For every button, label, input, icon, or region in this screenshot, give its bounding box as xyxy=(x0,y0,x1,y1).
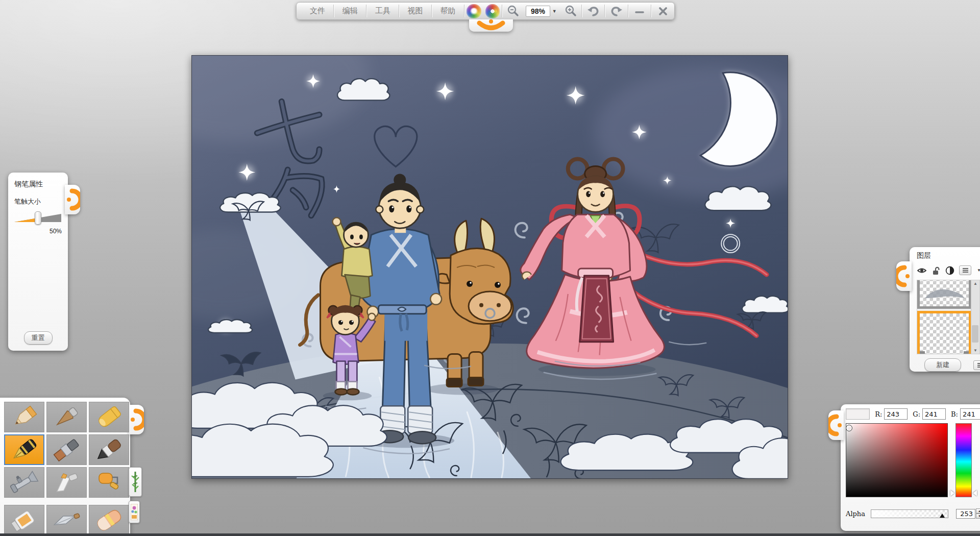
current-color-swatch xyxy=(846,408,870,420)
texture-stamp-icon xyxy=(131,504,138,520)
scroll-down-icon[interactable]: ▼ xyxy=(973,347,977,354)
tool-paint-brush[interactable] xyxy=(46,434,87,465)
orange-ear-icon xyxy=(828,410,844,440)
ink-brush-icon xyxy=(93,437,126,462)
alpha-spinner: ▲ ▼ xyxy=(976,508,980,519)
brush-size-slider[interactable] xyxy=(14,211,61,225)
zoom-dropdown-arrow[interactable]: ▼ xyxy=(551,3,560,19)
close-button[interactable] xyxy=(651,3,674,19)
color-picker-panel: R: G: B: Alpha ▲ ▼ xyxy=(841,404,980,531)
g-label: G: xyxy=(913,410,920,418)
tool-carving-knife[interactable] xyxy=(46,505,87,535)
color-panel-collapse-tab[interactable] xyxy=(828,410,844,440)
crayon-icon xyxy=(93,405,126,429)
tool-paint-tube[interactable] xyxy=(4,505,44,535)
scrollbar-thumb[interactable] xyxy=(972,325,978,343)
tool-ink-brush[interactable] xyxy=(89,434,129,465)
tool-fountain-pen[interactable] xyxy=(4,434,44,465)
zoom-in-button[interactable] xyxy=(560,3,581,19)
layers-panel-collapse-tab[interactable] xyxy=(896,261,912,291)
tool-airbrush[interactable] xyxy=(4,467,44,498)
reset-button[interactable]: 重置 xyxy=(24,331,53,345)
alpha-marker[interactable] xyxy=(940,514,945,518)
scroll-up-icon[interactable]: ▲ xyxy=(973,280,977,287)
alpha-slider[interactable] xyxy=(871,509,948,518)
paint-brush-icon xyxy=(51,437,83,462)
alpha-spin-up[interactable]: ▲ xyxy=(976,508,980,514)
texture-stamp-button[interactable] xyxy=(129,501,140,523)
tool-paint-roller[interactable] xyxy=(89,467,129,498)
sv-cursor-ring[interactable] xyxy=(846,425,852,431)
tool-wood-pen[interactable] xyxy=(46,402,87,432)
alpha-spin-down[interactable]: ▼ xyxy=(976,514,980,519)
orange-ear-icon xyxy=(65,185,80,214)
rgb-row: R: G: B: xyxy=(846,408,980,420)
menu-file[interactable]: 文件 xyxy=(302,3,334,19)
layer-menu-button[interactable] xyxy=(959,265,971,275)
blue-value-input[interactable] xyxy=(960,408,980,420)
layers-toolbar: ▼ xyxy=(917,265,980,275)
visibility-eye-icon[interactable] xyxy=(917,266,927,275)
layer-scrollbar[interactable]: ▲ ▼ xyxy=(971,280,979,354)
eraser-icon xyxy=(93,508,126,532)
green-value-input[interactable] xyxy=(922,408,946,420)
layer-row-2-selected[interactable] xyxy=(917,311,971,354)
layers-list-menu-button[interactable] xyxy=(973,360,980,370)
pen-properties-panel: 钢笔属性 笔触大小 50% 重置 xyxy=(8,173,68,351)
undo-button[interactable] xyxy=(582,3,605,19)
rainbow-face-icon[interactable] xyxy=(467,4,481,18)
tool-palette-knife[interactable] xyxy=(46,467,87,498)
alpha-label: Alpha xyxy=(846,510,865,518)
menu-view[interactable]: 视图 xyxy=(399,3,431,19)
r-label: R: xyxy=(875,410,882,418)
brush-size-label: 笔触大小 xyxy=(14,197,62,206)
slider-thumb[interactable] xyxy=(35,211,41,225)
tool-crayon[interactable] xyxy=(89,402,129,432)
redo-button[interactable] xyxy=(605,3,628,19)
menu-edit[interactable]: 编辑 xyxy=(334,3,366,19)
tool-palette-panel xyxy=(0,398,130,536)
magnifier-minus-icon xyxy=(506,5,520,18)
minimize-button[interactable] xyxy=(628,3,651,19)
fountain-pen-icon xyxy=(8,437,41,462)
zoom-level-display[interactable]: 98% xyxy=(526,6,550,17)
saturation-value-square[interactable] xyxy=(846,423,948,497)
hue-marker-left[interactable] xyxy=(950,490,954,496)
bamboo-stamp-button[interactable] xyxy=(129,467,142,497)
hue-marker-right[interactable] xyxy=(973,490,977,496)
rainbow-ring-icon[interactable] xyxy=(485,4,500,18)
magnifier-plus-icon xyxy=(564,5,577,18)
tool-grid-lower xyxy=(4,505,130,535)
picker-row xyxy=(846,423,980,497)
pen-panel-collapse-tab[interactable] xyxy=(65,185,80,214)
hue-bar-wrap xyxy=(955,423,972,497)
layer-menu-dropdown-arrow[interactable]: ▼ xyxy=(977,268,980,273)
opacity-halfcircle-icon[interactable] xyxy=(945,266,954,275)
orange-ear-icon xyxy=(129,405,144,434)
b-label: B: xyxy=(951,410,958,418)
tool-eraser[interactable] xyxy=(89,505,129,535)
red-value-input[interactable] xyxy=(884,408,908,420)
new-layer-button[interactable]: 新建 xyxy=(924,358,961,372)
tool-palette-collapse-tab[interactable] xyxy=(129,405,144,434)
layers-panel: 图层 ▼ xyxy=(910,247,980,372)
tool-pencil[interactable] xyxy=(4,402,44,432)
layer-row-1[interactable] xyxy=(917,280,971,309)
drawing-canvas[interactable]: 七夕 xyxy=(191,55,788,479)
orange-smile-handle-icon xyxy=(469,19,513,32)
layers-bottom-bar: 新建 ▼ xyxy=(917,358,980,372)
menu-help[interactable]: 帮助 xyxy=(432,3,464,19)
pen-panel-title: 钢笔属性 xyxy=(14,180,62,189)
hue-bar[interactable] xyxy=(955,423,972,497)
hamburger-icon xyxy=(962,267,969,273)
zoom-out-button[interactable] xyxy=(502,3,524,19)
undo-arrow-icon xyxy=(586,5,600,17)
layers-panel-title: 图层 xyxy=(917,251,980,260)
alpha-value-input[interactable] xyxy=(956,509,975,519)
brush-size-value: 50% xyxy=(14,228,62,235)
toolbar-drag-handle[interactable] xyxy=(469,19,513,32)
airbrush-icon xyxy=(8,470,41,495)
menu-tools[interactable]: 工具 xyxy=(366,3,399,19)
unlock-padlock-icon[interactable] xyxy=(932,266,941,275)
layer-2-thumbnail xyxy=(920,313,969,354)
